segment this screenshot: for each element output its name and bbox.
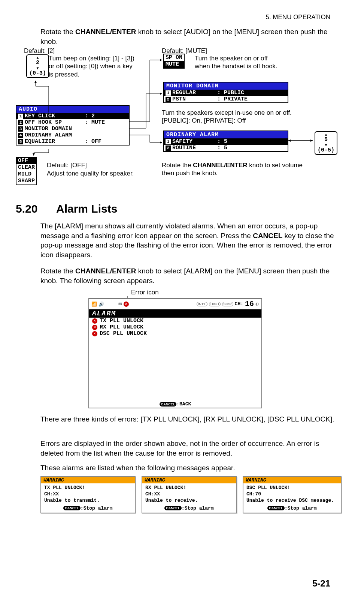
spinner-icon: ◐ <box>255 302 259 306</box>
badge-intl: INT'L <box>197 302 207 306</box>
row-label: REGULAR <box>172 90 217 96</box>
row-index: 1 <box>166 90 171 96</box>
row-value: : 5 <box>217 138 227 145</box>
alarm-title: ALARM <box>89 309 261 318</box>
cancel-pill: CANCEL <box>164 506 182 510</box>
caption-monitor: Turn the speakers except in-use one on o… <box>162 109 319 125</box>
row-index: 2 <box>166 146 171 151</box>
option: SHARP <box>16 178 36 184</box>
warning-line: Unable to receive. <box>145 498 233 504</box>
status-bar: 📶 🔊 ✉ ✕ INT'L HIGH SIMP CH: 16 ◐ <box>89 299 261 309</box>
warning-line: CH:XX <box>145 491 233 498</box>
warning-line: TX PLL UNLOCK! <box>44 485 132 491</box>
warning-popup: WARNING TX PLL UNLOCK! CH:XX Unable to t… <box>40 476 136 513</box>
row-value: : OFF <box>85 138 101 145</box>
footer-label: :BACK <box>176 401 191 407</box>
row-label: KEY CLICK <box>25 113 85 119</box>
audio-menu: AUDIO 1 KEY CLICK : 2 2 OFF HOOK SP : MU… <box>16 105 130 146</box>
text-bold: CHANNEL/ENTER <box>75 28 136 36</box>
equalizer-options: OFF CLEAR MILD SHARP <box>16 157 37 185</box>
alarm-p4: Errors are displayed in the order shown … <box>40 439 334 458</box>
footer-label: :Stop alarm <box>182 506 214 511</box>
menu-title: AUDIO <box>16 106 129 113</box>
text: Rotate the <box>40 28 75 36</box>
cancel-pill: CANCEL <box>63 506 81 510</box>
error-icon: ✕ <box>92 318 97 324</box>
menu-title: MONITOR DOMAIN <box>164 82 288 90</box>
row-value: : PRIVATE <box>217 96 248 102</box>
down-triangle-icon: ▼ <box>29 66 46 70</box>
alarm-p5: These alarms are listed when the followi… <box>40 463 334 473</box>
warning-line: DSC PLL UNLOCK! <box>246 485 338 491</box>
menu-row: 2 PSTN : PRIVATE <box>164 96 288 102</box>
menu-row: 2 ROUTINE : 5 <box>164 145 288 151</box>
page-number: 5-21 <box>312 578 330 589</box>
section-title: Alarm Lists <box>56 202 117 215</box>
option: CLEAR <box>16 164 36 171</box>
alarm-item: ✕TX PLL UNLOCK <box>89 318 261 324</box>
page-header: 5. MENU OPERATION <box>266 14 330 21</box>
ch-label: CH: <box>235 301 243 307</box>
row-index: 3 <box>18 126 23 132</box>
alarm-footer: CANCEL:BACK <box>89 401 261 407</box>
warning-footer: CANCEL:Stop alarm <box>41 505 135 513</box>
caption-key-click: Turn beep on (setting: [1] - [3]) or off… <box>49 54 135 78</box>
warning-footer: CANCEL:Stop alarm <box>243 505 341 513</box>
alarm-p3: There are three kinds of errors: [TX PLL… <box>40 414 334 424</box>
footer-label: :Stop alarm <box>285 506 317 511</box>
row-label: MONITOR DOMAIN <box>25 126 85 132</box>
badge-high: HIGH <box>209 302 221 306</box>
error-icon: ✕ <box>92 331 97 336</box>
menu-row: 1 REGULAR : PUBLIC <box>164 90 288 96</box>
row-value: : 2 <box>85 113 95 119</box>
option: SP ON <box>164 54 184 61</box>
warning-footer: CANCEL:Stop alarm <box>142 505 236 513</box>
caption-ordinary: Rotate the CHANNEL/ENTER knob to set vol… <box>162 161 308 177</box>
caption-equalizer: Adjust tone quality for speaker. <box>47 170 144 177</box>
menu-row: 2 OFF HOOK SP : MUTE <box>16 119 129 126</box>
menu-row: 1 KEY CLICK : 2 <box>16 113 129 119</box>
row-label: PSTN <box>172 96 217 102</box>
text: Rotate the <box>40 267 75 275</box>
range-range: (0-5) <box>318 147 334 154</box>
text-bold: CANCEL <box>253 232 282 240</box>
default-key-click: Default: [2] <box>24 47 55 55</box>
alarm-p2: Rotate the CHANNEL/ENTER knob to select … <box>40 266 334 285</box>
row-index: 1 <box>166 139 171 144</box>
range-range: (0-3) <box>29 70 46 77</box>
range-value: 5 <box>318 137 334 143</box>
alarm-item-label: DSC PLL UNLOCK <box>100 330 147 337</box>
antenna-icon: 📶 <box>91 302 97 307</box>
text: Rotate the <box>162 162 193 169</box>
ordinary-alarm-menu: ORDINARY ALARM 1 SAFETY : 5 2 ROUTINE : … <box>163 130 288 152</box>
menu-row: 4 ORDINARY ALARM <box>16 132 129 138</box>
warning-title: WARNING <box>142 477 236 483</box>
range-value: 2 <box>29 60 46 66</box>
text-bold: CHANNEL/ENTER <box>193 162 247 169</box>
badge-simp: SIMP <box>222 302 233 306</box>
alarm-screen: 📶 🔊 ✉ ✕ INT'L HIGH SIMP CH: 16 ◐ ALARM ✕… <box>88 298 262 408</box>
monitor-domain-menu: MONITOR DOMAIN 1 REGULAR : PUBLIC 2 PSTN… <box>163 82 288 103</box>
row-index: 1 <box>18 114 23 119</box>
menu-row: 1 SAFETY : 5 <box>164 138 288 145</box>
warning-line: RX PLL UNLOCK! <box>145 485 233 491</box>
option-selected: MUTE <box>164 61 184 68</box>
row-index: 4 <box>18 133 23 138</box>
menu-row: 5 EQUALIZER : OFF <box>16 138 129 145</box>
alarm-item: ✕RX PLL UNLOCK <box>89 324 261 330</box>
row-index: 2 <box>166 97 171 102</box>
row-label: SAFETY <box>172 138 217 145</box>
mail-icon: ✉ <box>118 302 122 307</box>
alarm-p1: The [ALARM] menu shows all currently vio… <box>40 221 334 260</box>
footer-label: :Stop alarm <box>81 506 113 511</box>
row-index: 2 <box>18 120 23 125</box>
row-value: : MUTE <box>85 119 105 126</box>
ch-value: 16 <box>245 300 254 308</box>
warning-title: WARNING <box>41 477 135 483</box>
row-index: 5 <box>18 139 23 144</box>
menu-row: 3 MONITOR DOMAIN <box>16 126 129 132</box>
alarm-item: ✕DSC PLL UNLOCK <box>89 330 261 337</box>
row-label: OFF HOOK SP <box>25 119 85 126</box>
warning-line: CH:70 <box>246 491 338 498</box>
warning-popup: WARNING DSC PLL UNLOCK! CH:70 Unable to … <box>243 476 342 513</box>
